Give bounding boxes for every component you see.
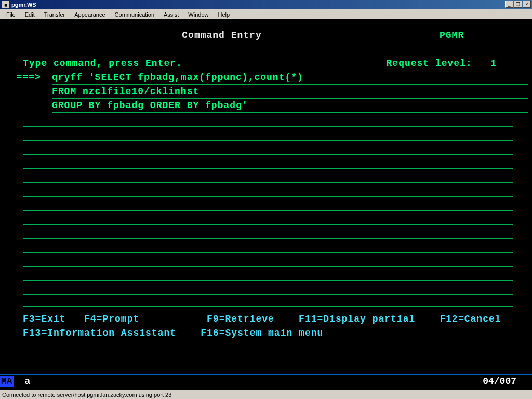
menu-edit[interactable]: Edit (21, 10, 39, 19)
function-keys: F3=Exit F4=Prompt F9=Retrieve F11=Displa… (4, 312, 528, 340)
command-blank-line[interactable] (23, 281, 513, 295)
fkeys-row-1: F3=Exit F4=Prompt F9=Retrieve F11=Displa… (23, 312, 528, 326)
maximize-button[interactable]: ❐ (514, 1, 522, 8)
command-blank-line[interactable] (23, 225, 513, 239)
menu-transfer[interactable]: Transfer (40, 10, 70, 19)
menu-file[interactable]: File (2, 10, 20, 19)
minimize-button[interactable]: _ (505, 1, 513, 8)
command-line-3[interactable]: GROUP BY fpbadg ORDER BY fpbadg' (4, 99, 528, 113)
app-status-bar: Connected to remote server/host pgmr.lan… (0, 390, 532, 399)
command-blank-line[interactable] (23, 211, 513, 225)
status-indicator: MA (0, 376, 14, 387)
command-line-1[interactable]: ===> qryff 'SELECT fpbadg,max(fppunc),co… (4, 71, 528, 85)
command-blank-line[interactable] (23, 113, 513, 127)
menu-help[interactable]: Help (214, 10, 234, 19)
request-level-value: 1 (490, 58, 497, 69)
fkeys-row-2: F13=Information Assistant F16=System mai… (23, 326, 528, 340)
window-titlebar: ■ pgmr.WS _ ❐ × (0, 0, 532, 9)
separator-line (23, 299, 513, 307)
system-menu-icon[interactable]: ■ (2, 1, 9, 8)
command-blank-line[interactable] (23, 253, 513, 267)
close-button[interactable]: × (523, 1, 531, 8)
command-blank-line[interactable] (23, 239, 513, 253)
menu-communication[interactable]: Communication (111, 10, 158, 19)
emulator-status-strip: MA a 04/007 (0, 374, 532, 388)
command-prompt: ===> (4, 71, 52, 85)
screen-title: Command Entry (4, 29, 440, 43)
menu-window[interactable]: Window (184, 10, 212, 19)
command-field-1[interactable]: qryff 'SELECT fpbadg,max(fppunc),count(*… (52, 71, 528, 85)
command-blank-line[interactable] (23, 127, 513, 141)
command-blank-line[interactable] (23, 197, 513, 211)
command-blank-line[interactable] (23, 169, 513, 183)
command-field-3[interactable]: GROUP BY fpbadg ORDER BY fpbadg' (52, 99, 528, 113)
window-buttons: _ ❐ × (505, 1, 531, 8)
command-field-2[interactable]: FROM nzclfile10/cklinhst (52, 85, 528, 99)
menu-bar: File Edit Transfer Appearance Communicat… (0, 9, 532, 19)
command-blank-line[interactable] (23, 267, 513, 281)
user-id: PGMR (440, 29, 528, 43)
window-title: pgmr.WS (11, 2, 36, 8)
cursor-position: 04/007 (483, 376, 516, 387)
command-blank-line[interactable] (23, 141, 513, 155)
menu-appearance[interactable]: Appearance (70, 10, 109, 19)
terminal-screen[interactable]: Command Entry PGMR Request level: 1 Type… (0, 19, 532, 373)
command-blank-line[interactable] (23, 155, 513, 169)
menu-assist[interactable]: Assist (159, 10, 183, 19)
status-mode: a (25, 376, 31, 387)
request-level-label: Request level: (387, 58, 472, 69)
command-line-2[interactable]: FROM nzclfile10/cklinhst (4, 85, 528, 99)
connection-status: Connected to remote server/host pgmr.lan… (2, 392, 171, 398)
request-level-row: Request level: 1 (4, 43, 528, 57)
command-blank-line[interactable] (23, 183, 513, 197)
